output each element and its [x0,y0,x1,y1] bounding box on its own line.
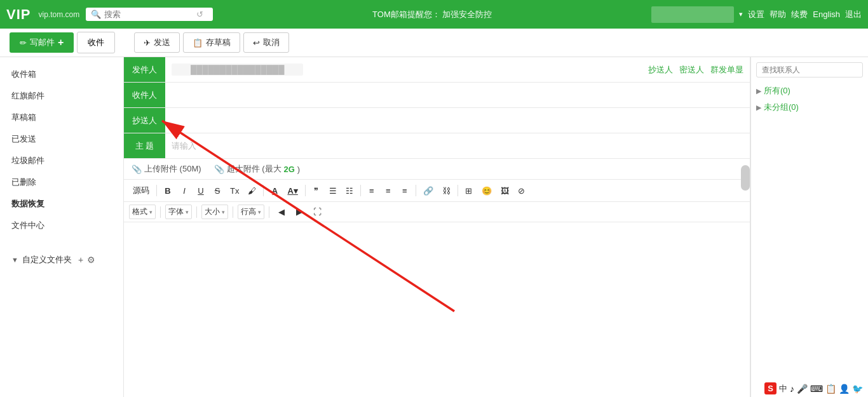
btn-italic[interactable]: I [177,184,192,198]
btn-link[interactable]: 🔗 [419,184,437,198]
bcc-link[interactable]: 密送人 [679,64,704,76]
notice-text: 加强安全防控 [442,10,492,19]
header: VIP vip.tom.com 🔍 ↺ TOM邮箱提醒您： 加强安全防控 ▾ 设… [0,0,868,29]
sidebar: 收件箱 红旗邮件 草稿箱 已发送 垃圾邮件 已删除 数据恢复 文件中心 ▼ 自定… [0,57,124,397]
add-folder-icon[interactable]: + [78,255,83,265]
divider-f3 [233,206,233,218]
sidebar-item-deleted[interactable]: 已删除 [0,172,123,193]
cc-link[interactable]: 抄送人 [648,64,673,76]
ime-keyboard-icon[interactable]: ⌨ [810,384,823,394]
ime-clipboard-icon[interactable]: 📋 [825,384,836,394]
sidebar-recovery-label: 数据恢复 [11,198,44,210]
draft-button[interactable]: 📋 存草稿 [183,32,240,53]
sidebar-filecenter-label: 文件中心 [11,220,44,231]
folder-settings-icon[interactable]: ⚙ [87,255,95,265]
nav-settings[interactable]: 设置 [748,9,764,20]
btn-bg-color[interactable]: A▾ [283,184,301,198]
ime-music-icon[interactable]: ♪ [790,384,794,394]
send-button[interactable]: ✈ 发送 [134,32,180,53]
contacts-search-input[interactable] [756,62,863,77]
collapse-icon[interactable]: ▼ [11,256,18,264]
search-icon: 🔍 [91,10,101,19]
ime-mic-icon[interactable]: 🎤 [797,384,808,394]
format-label: 格式 [132,206,147,217]
btn-strike[interactable]: S [210,184,225,198]
lineheight-select[interactable]: 行高 ▾ [238,205,264,219]
ime-bird-icon[interactable]: 🐦 [852,384,863,394]
custom-folders-label: 自定义文件夹 [22,254,72,266]
subject-input[interactable]: 请输入 [165,137,750,156]
compose-container: 发件人 ████████████████ 抄送人 密送人 群发单显 收件人 抄送… [124,57,750,397]
sidebar-item-filecenter[interactable]: 文件中心 [0,215,123,236]
sidebar-item-recovery[interactable]: 数据恢复 [0,193,123,215]
from-value: ████████████████ [165,61,642,78]
editor-body[interactable] [124,222,750,397]
btn-align-left[interactable]: ≡ [364,184,379,198]
domain: vip.tom.com [38,10,79,19]
btn-emoji[interactable]: 😊 [478,184,496,198]
contacts-ungrouped[interactable]: ▶ 未分组(0) [756,99,863,116]
contacts-all-group[interactable]: ▶ 所有(0) [756,83,863,99]
btn-more[interactable]: ⊘ [514,184,529,198]
sidebar-deleted-label: 已删除 [11,177,36,188]
sogou-logo[interactable]: S [764,382,776,394]
btn-quote[interactable]: ❞ [309,184,324,198]
btn-fullscreen[interactable]: ⛶ [309,205,325,219]
btn-ul[interactable]: ☰ [325,184,341,198]
sidebar-item-inbox[interactable]: 收件箱 [0,64,123,85]
font-select[interactable]: 字体 ▾ [165,205,192,219]
btn-source[interactable]: 源码 [129,182,153,199]
btn-underline[interactable]: U [193,184,208,198]
sidebar-item-sent[interactable]: 已发送 [0,128,123,150]
divider-2 [263,185,264,196]
sidebar-item-flagged[interactable]: 红旗邮件 [0,85,123,107]
sidebar-flagged-label: 红旗邮件 [11,90,44,102]
btn-image[interactable]: 🖼 [497,184,513,198]
editor-toolbar: 源码 B I U S Tx 🖌 A A▾ ❞ ☰ ☷ ≡ ≡ ≡ � [124,180,750,202]
notice-bar: TOM邮箱提醒您： 加强安全防控 [219,9,645,20]
size-select[interactable]: 大小 ▾ [201,205,228,219]
search-input[interactable] [104,10,193,19]
sidebar-item-junk[interactable]: 垃圾邮件 [0,150,123,172]
ime-user-icon[interactable]: 👤 [839,384,850,394]
user-dropdown[interactable]: ▾ [739,10,743,18]
btn-clear-format[interactable]: Tx [226,184,243,198]
btn-undo[interactable]: ◀ [274,205,289,219]
nav-logout[interactable]: 退出 [845,9,862,20]
to-input[interactable] [165,91,750,99]
cancel-button[interactable]: ↩ 取消 [243,32,289,53]
nav-feedback[interactable]: 续费 [791,9,808,20]
cc-label: 抄送人 [124,108,165,133]
btn-unlink[interactable]: ⛓ [438,184,454,198]
font-label: 字体 [168,206,184,217]
font-dropdown-icon: ▾ [186,209,189,215]
format-select[interactable]: 格式 ▾ [129,205,156,219]
btn-table[interactable]: ⊞ [461,184,477,198]
scrollbar-handle[interactable] [741,165,750,191]
compose-button[interactable]: ✏ 写邮件 + [10,32,74,53]
btn-paint[interactable]: 🖌 [244,184,260,198]
btn-redo[interactable]: ▶ [292,205,307,219]
group-link[interactable]: 群发单显 [710,64,743,76]
contacts-group: ▶ 所有(0) ▶ 未分组(0) [756,83,863,116]
user-bar: ▾ 设置 帮助 续费 English 退出 [651,6,862,23]
btn-font-color[interactable]: A [267,184,282,198]
cc-input[interactable] [165,117,750,124]
ime-chinese-icon[interactable]: 中 [779,383,787,394]
size-label: 大小 [205,206,220,217]
btn-bold[interactable]: B [160,184,175,198]
draft-icon: 📋 [193,38,203,48]
btn-ol[interactable]: ☷ [342,184,357,198]
send-label: 发送 [154,37,170,48]
nav-help[interactable]: 帮助 [770,9,786,20]
sidebar-item-drafts[interactable]: 草稿箱 [0,107,123,128]
nav-english[interactable]: English [813,10,840,19]
attach-large-btn[interactable]: 📎 超大附件 (最大 2G) [214,163,301,175]
btn-align-center[interactable]: ≡ [381,184,396,198]
username-display [651,6,734,23]
search-refresh-icon[interactable]: ↺ [196,10,203,19]
inbox-button[interactable]: 收件 [77,32,115,53]
attach-normal-btn[interactable]: 📎 上传附件 (50M) [132,163,201,175]
btn-align-right[interactable]: ≡ [397,184,412,198]
search-bar[interactable]: 🔍 ↺ [86,8,213,21]
